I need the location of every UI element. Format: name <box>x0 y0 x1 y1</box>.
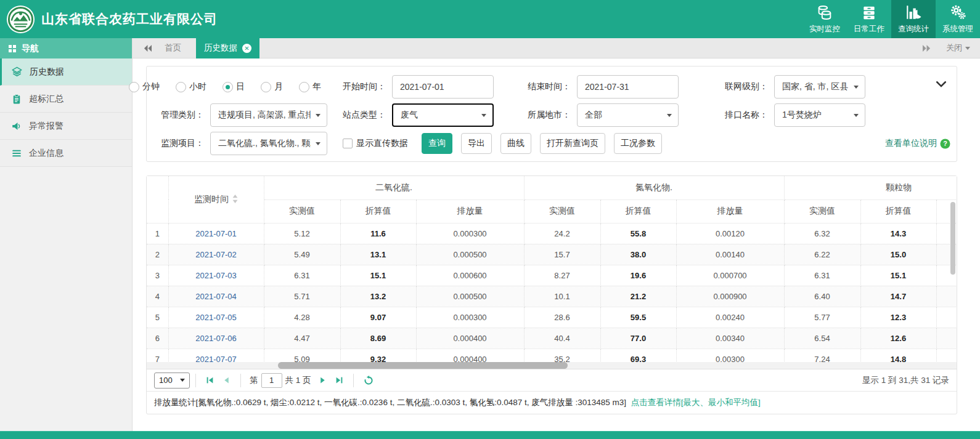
end-time-input[interactable]: 2021-07-31 <box>577 75 679 99</box>
page-size-select[interactable]: 100 <box>154 373 190 389</box>
divider <box>353 374 354 387</box>
value-cell: 77.0 <box>600 328 676 348</box>
value-cell: 0.000600 <box>416 265 524 286</box>
date-cell[interactable]: 2021-07-04 <box>168 286 264 307</box>
sub-header[interactable]: 折算值 <box>600 199 676 223</box>
tab-history-data[interactable]: 历史数据 ✕ <box>196 38 259 58</box>
prev-page-icon[interactable] <box>218 376 235 384</box>
close-menu-button[interactable]: 关闭 <box>946 42 970 54</box>
sidebar-item-label: 企业信息 <box>29 148 63 159</box>
open-new-query-button[interactable]: 打开新查询页 <box>540 133 605 154</box>
export-button[interactable]: 导出 <box>461 133 492 154</box>
period-radio-group: 分钟小时日月年 <box>147 81 343 92</box>
vertical-scrollbar[interactable] <box>950 202 955 275</box>
table-row[interactable]: 42021-07-045.7113.20.00050010.121.20.000… <box>147 286 957 307</box>
database-icon <box>817 4 833 21</box>
table-row[interactable]: 62021-07-064.478.690.00040040.477.00.003… <box>147 328 957 348</box>
close-tab-icon[interactable]: ✕ <box>242 44 251 53</box>
monitor-items-select[interactable]: 二氧化硫., 氮氧化物., 颗粒 <box>210 132 327 155</box>
date-cell[interactable]: 2021-07-06 <box>168 328 264 348</box>
value-cell: 4.47 <box>264 328 340 348</box>
horizontal-scrollbar-thumb[interactable] <box>278 362 568 369</box>
time-column-header[interactable]: 监测时间 <box>168 176 264 223</box>
first-page-icon[interactable] <box>202 376 218 384</box>
clipped-cell <box>936 286 957 307</box>
last-page-icon[interactable] <box>331 376 348 384</box>
query-button[interactable]: 查询 <box>422 133 452 154</box>
radio-year-dot <box>299 82 309 92</box>
working-params-button[interactable]: 工况参数 <box>614 133 662 154</box>
next-page-icon[interactable] <box>314 376 331 384</box>
value-cell: 55.8 <box>600 223 676 244</box>
sidebar-item-enterprise-info[interactable]: 企业信息 <box>0 140 132 167</box>
gears-icon <box>949 4 966 21</box>
value-cell: 0.000400 <box>416 328 524 348</box>
table-row[interactable]: 32021-07-036.3115.10.0006008.2719.60.000… <box>147 265 957 286</box>
collapse-filters-icon[interactable] <box>936 80 947 91</box>
view-details-link[interactable]: 点击查看详情[最大、最小和平均值] <box>631 398 761 407</box>
top-nav-item-system-manage[interactable]: 系统管理 <box>936 0 980 38</box>
horizontal-scrollbar-track[interactable] <box>147 362 957 369</box>
page-total: 共 1 页 <box>285 375 311 386</box>
group-header-2: 氮氧化物. <box>524 176 784 199</box>
sidebar-item-abnormal-alarm[interactable]: 异常报警 <box>0 113 132 140</box>
top-nav-item-daily-work[interactable]: 日常工作 <box>847 0 891 38</box>
chart-icon <box>905 4 922 21</box>
value-cell: 28.6 <box>524 307 600 328</box>
refresh-icon[interactable] <box>359 376 378 385</box>
date-cell[interactable]: 2021-07-03 <box>168 265 264 286</box>
scroll-tabs-left-icon[interactable] <box>143 44 152 52</box>
radio-minute[interactable]: 分钟 <box>129 81 160 92</box>
sub-header[interactable]: 排放量 <box>416 199 524 223</box>
value-cell: 6.32 <box>784 223 860 244</box>
content-area: 分钟小时日月年 开始时间： 2021-07-01 结束时间： 2021-07-3… <box>133 58 980 431</box>
sidebar-title-text: 导航 <box>22 43 39 54</box>
sub-header[interactable]: 实测值 <box>784 199 860 223</box>
value-cell: 15.1 <box>860 265 936 286</box>
sub-header[interactable]: 折算值 <box>860 199 936 223</box>
radio-year[interactable]: 年 <box>299 81 321 92</box>
value-cell: 5.12 <box>264 223 340 244</box>
value-cell: 11.6 <box>340 223 416 244</box>
scroll-tabs-right-icon[interactable] <box>922 44 931 52</box>
sort-icon[interactable] <box>232 195 238 205</box>
station-type-select[interactable]: 废气 <box>392 103 494 127</box>
sidebar: 导航 历史数据超标汇总异常报警企业信息 <box>0 38 133 431</box>
sub-header[interactable]: 排放量 <box>676 199 784 223</box>
table-viewport: 监测时间二氧化硫.氮氧化物.颗粒物实测值折算值排放量实测值折算值排放量实测值折算… <box>147 176 957 369</box>
direct-data-checkbox[interactable] <box>343 139 353 148</box>
table-row[interactable]: 52021-07-054.289.070.00030028.659.50.002… <box>147 307 957 328</box>
radio-day[interactable]: 日 <box>223 81 245 92</box>
value-cell: 0.00240 <box>676 307 784 328</box>
sub-header[interactable]: 实测值 <box>264 199 340 223</box>
sidebar-item-label: 超标汇总 <box>29 94 63 105</box>
sidebar-item-history-data[interactable]: 历史数据 <box>0 58 132 86</box>
city-select[interactable]: 全部 <box>577 103 679 127</box>
outlet-name-select[interactable]: 1号焚烧炉 <box>774 103 865 127</box>
page-number-input[interactable] <box>261 373 282 388</box>
curve-button[interactable]: 曲线 <box>500 133 531 154</box>
value-cell: 0.00140 <box>676 244 784 265</box>
top-nav-item-query-stats[interactable]: 查询统计 <box>891 0 936 38</box>
unit-help-link[interactable]: 查看单位说明 ? <box>885 138 950 149</box>
date-cell[interactable]: 2021-07-01 <box>168 223 264 244</box>
table-row[interactable]: 12021-07-015.1211.60.00030024.255.80.001… <box>147 223 957 244</box>
start-time-input[interactable]: 2021-07-01 <box>392 75 494 99</box>
value-cell: 5.71 <box>264 286 340 307</box>
radio-month[interactable]: 月 <box>261 81 283 92</box>
close-menu-label: 关闭 <box>946 42 962 54</box>
top-nav-item-realtime-monitor[interactable]: 实时监控 <box>802 0 847 38</box>
tab-home[interactable]: 首页 <box>165 42 181 54</box>
value-cell: 14.7 <box>860 286 936 307</box>
sub-header[interactable]: 实测值 <box>524 199 600 223</box>
sub-header[interactable]: 折算值 <box>340 199 416 223</box>
date-cell[interactable]: 2021-07-02 <box>168 244 264 265</box>
date-cell[interactable]: 2021-07-05 <box>168 307 264 328</box>
radio-hour[interactable]: 小时 <box>176 81 206 92</box>
sidebar-item-over-limit-summary[interactable]: 超标汇总 <box>0 86 132 113</box>
manage-type-select[interactable]: 违规项目, 高架源, 重点排 <box>210 103 327 127</box>
table-row[interactable]: 22021-07-025.4913.10.00050015.738.00.001… <box>147 244 957 265</box>
row-number-cell: 5 <box>147 307 168 328</box>
value-cell: 38.0 <box>600 244 676 265</box>
network-level-select[interactable]: 国家, 省, 市, 区县 <box>774 75 865 99</box>
